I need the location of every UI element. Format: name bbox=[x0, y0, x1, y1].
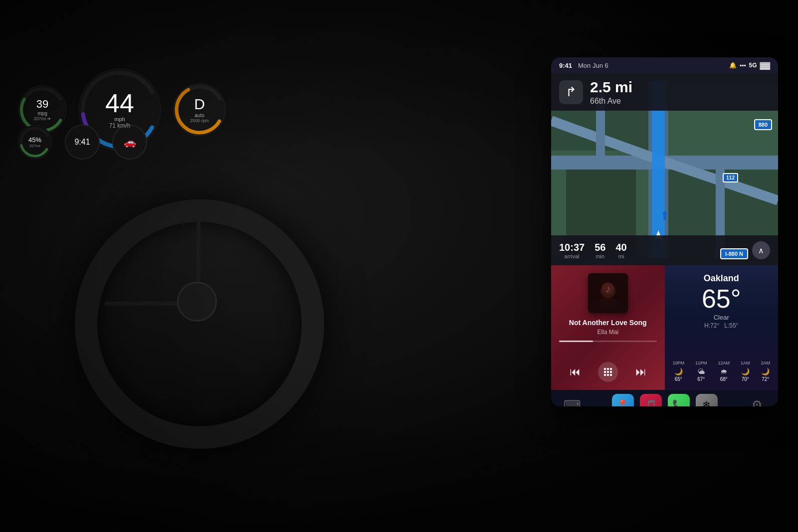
dock: ⌨ 📍 🎵 📞 ❄ ⚙ bbox=[551, 390, 778, 406]
phone-icon: 📞 bbox=[672, 399, 685, 406]
song-artist: Ella Mai bbox=[559, 329, 657, 336]
svg-rect-40 bbox=[604, 374, 606, 376]
weather-hourly: 10PM 🌙 65° 11PM 🌥 67° 12AM 🌧 68° 1AM 🌙 bbox=[673, 356, 771, 382]
weather-hi-lo: H:72° L:55° bbox=[673, 322, 771, 329]
weather-hour-1: 11PM 🌥 67° bbox=[695, 360, 707, 382]
svg-rect-37 bbox=[604, 371, 606, 373]
battery-gauge: 45% 207mi bbox=[15, 122, 55, 162]
nav-street: 66th Ave bbox=[590, 97, 632, 106]
highway-badge-880: 880 bbox=[754, 119, 772, 130]
progress-fill bbox=[559, 341, 593, 342]
settings-icon: ⚙ bbox=[752, 398, 763, 406]
music-app-icon[interactable]: 🎵 bbox=[640, 394, 662, 406]
battery-icon: ▓▓ bbox=[760, 61, 770, 69]
album-art: ♪ bbox=[588, 273, 628, 313]
map-section[interactable]: ↱ 2.5 mi 66th Ave 880 112 ⬆ 10:37 arriva… bbox=[551, 73, 778, 265]
navigation-banner: ↱ 2.5 mi 66th Ave bbox=[551, 73, 778, 111]
gear-readout: D auto 2500 rpm bbox=[190, 97, 209, 123]
steering-wheel-hub bbox=[177, 282, 217, 322]
svg-text:♪: ♪ bbox=[605, 283, 610, 294]
speed-readout: 44 mph 71 km/h bbox=[105, 90, 134, 129]
weather-hour-2: 12AM 🌧 68° bbox=[718, 360, 730, 382]
status-time: 9:41 bbox=[559, 62, 572, 69]
turn-arrow-right: ↱ bbox=[566, 84, 577, 100]
bell-icon: 🔔 bbox=[729, 62, 737, 69]
turn-icon: ↱ bbox=[559, 80, 583, 104]
weather-temperature: 65° bbox=[673, 286, 771, 312]
chevron-up-icon: ∧ bbox=[758, 246, 764, 255]
music-controls: ⏮ ⏭ bbox=[559, 362, 657, 382]
maps-icon: 📍 bbox=[616, 399, 629, 406]
mpg-readout: 39 mpg 207mi ➜ bbox=[33, 99, 51, 121]
settings-button[interactable]: ⚙ bbox=[746, 394, 768, 406]
status-date: Mon Jun 6 bbox=[578, 62, 608, 69]
music-card[interactable]: ♪ Not Another Love Song Ella Mai ⏮ bbox=[551, 265, 665, 390]
nav-distance: 2.5 mi bbox=[590, 79, 632, 96]
bottom-cards: ♪ Not Another Love Song Ella Mai ⏮ bbox=[551, 265, 778, 390]
weather-condition: Clear bbox=[673, 314, 771, 321]
song-title: Not Another Love Song bbox=[559, 318, 657, 327]
carplay-screen: 9:41 Mon Jun 6 🔔 ▪▪▪ 5G ▓▓ bbox=[551, 57, 778, 406]
svg-rect-31 bbox=[588, 301, 628, 313]
dock-apps: 📍 🎵 📞 ❄ bbox=[612, 394, 718, 406]
svg-rect-35 bbox=[607, 368, 609, 370]
previous-button[interactable]: ⏮ bbox=[566, 363, 584, 381]
clock-gauge: 9:41 bbox=[62, 122, 102, 162]
phone-app-icon[interactable]: 📞 bbox=[668, 394, 690, 406]
svg-rect-36 bbox=[610, 368, 612, 370]
album-art-inner: ♪ bbox=[588, 273, 628, 313]
progress-bar bbox=[559, 341, 657, 342]
highway-route-badge: I-880 N bbox=[720, 248, 748, 259]
highway-badge-112: 112 bbox=[723, 173, 738, 182]
bottom-gauge-row: 45% 207mi 9:41 🚗 bbox=[15, 122, 304, 162]
next-button[interactable]: ⏭ bbox=[632, 363, 650, 381]
car-icon: 🚗 bbox=[124, 136, 136, 148]
svg-rect-41 bbox=[607, 374, 609, 376]
location-marker: ⬆ bbox=[660, 209, 670, 223]
svg-rect-39 bbox=[610, 371, 612, 373]
fan-icon: ❄ bbox=[702, 399, 711, 406]
miles-stat: 40 mi bbox=[615, 242, 626, 259]
signal-bars-icon: ▪▪▪ bbox=[740, 62, 746, 69]
music-icon: 🎵 bbox=[644, 399, 657, 406]
fan-app-icon[interactable]: ❄ bbox=[696, 394, 718, 406]
maps-app-icon[interactable]: 📍 bbox=[612, 394, 634, 406]
keyboard-button[interactable]: ⌨ bbox=[561, 394, 583, 406]
keyboard-icon: ⌨ bbox=[564, 398, 581, 406]
weather-hour-0: 10PM 🌙 65° bbox=[673, 360, 685, 382]
svg-rect-38 bbox=[607, 371, 609, 373]
weather-city: Oakland bbox=[673, 273, 771, 284]
network-type: 5G bbox=[749, 62, 757, 69]
arrival-time-stat: 10:37 arrival bbox=[559, 242, 585, 259]
grid-button[interactable] bbox=[598, 362, 618, 382]
minutes-stat: 56 min bbox=[595, 242, 605, 259]
svg-rect-42 bbox=[610, 374, 612, 376]
weather-hour-4: 2AM 🌙 72° bbox=[761, 360, 770, 382]
nav-bottom-bar: 10:37 arrival 56 min 40 mi ∧ I-880 N bbox=[551, 235, 778, 265]
svg-rect-34 bbox=[604, 368, 606, 370]
nav-expand-button[interactable]: ∧ bbox=[752, 241, 770, 259]
status-bar: 9:41 Mon Jun 6 🔔 ▪▪▪ 5G ▓▓ bbox=[551, 57, 778, 73]
weather-card: Oakland 65° Clear H:72° L:55° 10PM 🌙 65°… bbox=[665, 265, 779, 390]
weather-hour-3: 1AM 🌙 70° bbox=[741, 360, 750, 382]
